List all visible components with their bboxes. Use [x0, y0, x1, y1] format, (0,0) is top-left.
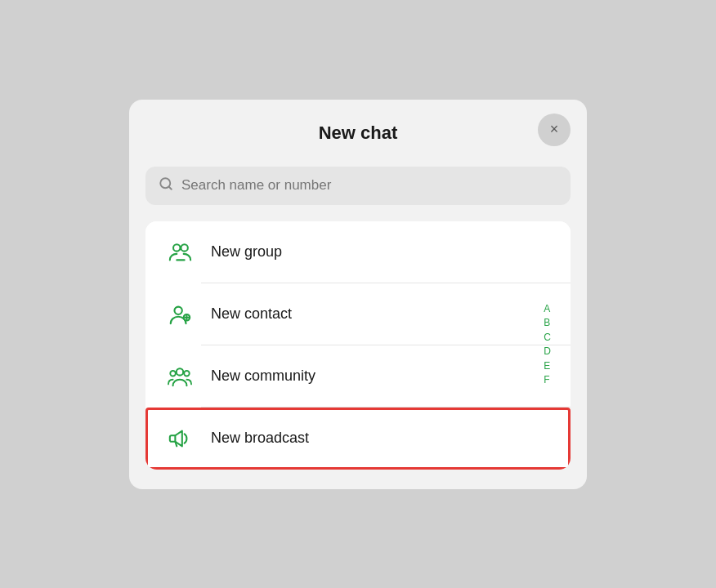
close-icon: ×	[550, 121, 559, 138]
alpha-c[interactable]: C	[544, 332, 551, 345]
svg-point-10	[177, 368, 183, 375]
menu-item-new-community[interactable]: New community	[145, 345, 571, 408]
menu-item-new-contact[interactable]: New contact	[145, 283, 571, 345]
svg-line-1	[168, 186, 171, 189]
alphabet-index: A B C D E F	[544, 303, 551, 388]
svg-point-9	[184, 370, 190, 376]
search-icon	[159, 176, 173, 195]
new-chat-modal: New chat ×	[129, 100, 587, 489]
modal-title: New chat	[319, 122, 398, 144]
alpha-a[interactable]: A	[544, 303, 551, 316]
search-input[interactable]	[181, 177, 557, 194]
search-container	[129, 160, 587, 221]
alpha-e[interactable]: E	[544, 360, 551, 373]
svg-point-8	[170, 370, 176, 376]
broadcast-icon	[165, 424, 195, 453]
menu-item-new-group[interactable]: New group	[145, 221, 571, 283]
menu-item-new-group-label: New group	[211, 243, 282, 261]
modal-header: New chat ×	[129, 100, 587, 160]
group-icon	[165, 238, 195, 267]
menu-item-new-contact-label: New contact	[211, 305, 292, 323]
menu-item-new-broadcast[interactable]: New broadcast	[145, 408, 571, 470]
close-button[interactable]: ×	[538, 114, 571, 146]
alpha-b[interactable]: B	[544, 317, 551, 330]
search-input-wrapper	[145, 167, 571, 205]
menu-item-new-community-label: New community	[211, 368, 315, 385]
svg-point-3	[181, 244, 187, 251]
contact-icon	[165, 300, 195, 329]
menu-list: New group New contact	[145, 221, 571, 470]
alpha-d[interactable]: D	[544, 346, 551, 359]
svg-point-2	[173, 244, 180, 251]
svg-point-4	[174, 306, 181, 314]
menu-item-new-broadcast-label: New broadcast	[211, 430, 309, 447]
alpha-f[interactable]: F	[544, 375, 551, 388]
community-icon	[165, 362, 195, 391]
